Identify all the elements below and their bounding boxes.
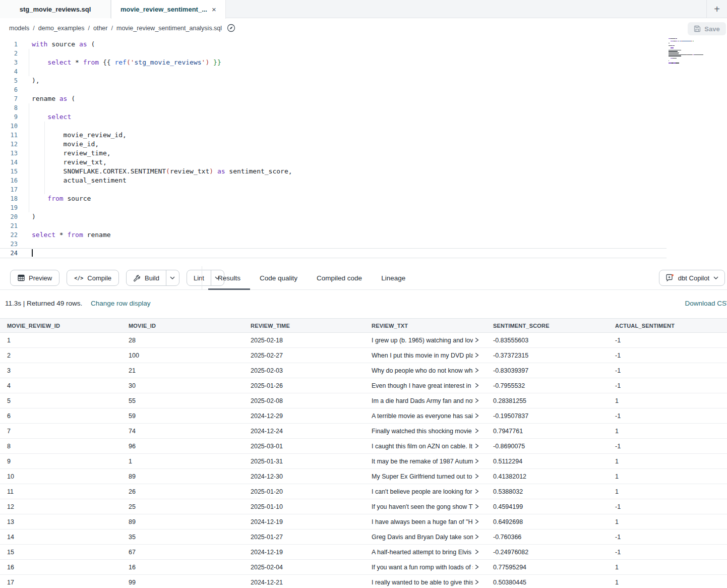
table-row[interactable]: 912025-01-31It may be the remake of 1987… <box>0 454 727 469</box>
expand-cell-icon[interactable] <box>474 489 480 494</box>
code-line-10[interactable]: 10 <box>0 122 667 131</box>
editor-minimap[interactable] <box>669 38 705 66</box>
build-button[interactable]: Build <box>127 270 166 285</box>
line-number: 7 <box>0 94 18 103</box>
table-row[interactable]: 12252025-01-10If you haven't seen the go… <box>0 499 727 514</box>
table-row[interactable]: 15672024-12-19A half-hearted attempt to … <box>0 545 727 560</box>
table-row[interactable]: 10892024-12-30My Super Ex Girlfriend tur… <box>0 469 727 484</box>
expand-cell-icon[interactable] <box>474 413 480 419</box>
column-header-movie-review-id[interactable]: MOVIE_REVIEW_ID <box>0 319 122 332</box>
code-line-2[interactable]: 2 <box>0 49 667 58</box>
compile-button[interactable]: </> Compile <box>67 270 119 286</box>
table-row[interactable]: 11262025-01-20I can't believe people are… <box>0 484 727 499</box>
code-line-23[interactable]: 23 <box>0 240 667 249</box>
column-header-sentiment-score[interactable]: SENTIMENT_SCORE <box>486 319 608 332</box>
file-tab-movie-review-sentiment[interactable]: movie_review_sentiment_...× <box>111 0 226 19</box>
column-header-movie-id[interactable]: MOVIE_ID <box>122 319 244 332</box>
code-line-6[interactable]: 6 <box>0 85 667 94</box>
table-row[interactable]: 14352025-01-27Greg Davis and Bryan Daly … <box>0 530 727 545</box>
expand-cell-icon[interactable] <box>474 579 480 585</box>
expand-cell-icon[interactable] <box>474 383 480 388</box>
cell-review-txt: It may be the remake of 1987 Autumn'… <box>365 454 486 468</box>
code-line-20[interactable]: 20) <box>0 212 667 221</box>
expand-cell-icon[interactable] <box>474 398 480 403</box>
column-header-actual-sentiment[interactable]: ACTUAL_SENTIMENT <box>608 319 727 332</box>
expand-cell-icon[interactable] <box>474 504 480 509</box>
dbt-copilot-button[interactable]: dbt Copilot <box>659 270 725 286</box>
column-header-review-time[interactable]: REVIEW_TIME <box>244 319 365 332</box>
code-line-18[interactable]: 18 from source <box>0 194 667 203</box>
code-line-5[interactable]: 5), <box>0 76 667 85</box>
new-tab-button[interactable]: + <box>707 0 727 18</box>
code-line-21[interactable]: 21 <box>0 221 667 230</box>
expand-cell-icon[interactable] <box>474 519 480 524</box>
code-line-15[interactable]: 15 SNOWFLAKE.CORTEX.SENTIMENT(review_txt… <box>0 167 667 176</box>
sql-code-editor[interactable]: 1with source as (23 select * from {{ ref… <box>0 38 727 266</box>
table-row[interactable]: 8962025-03-01I caught this film on AZN o… <box>0 439 727 454</box>
minimap-line <box>669 41 705 41</box>
table-row[interactable]: 16162025-02-04If you want a fun romp wit… <box>0 560 727 575</box>
table-row[interactable]: 6592024-12-29A terrible movie as everyon… <box>0 408 727 424</box>
minimap-line <box>669 47 705 48</box>
review-text: A terrible movie as everyone has said. … <box>372 413 473 420</box>
build-dropdown-button[interactable] <box>166 270 179 285</box>
expand-cell-icon[interactable] <box>474 428 480 434</box>
code-line-4[interactable]: 4 <box>0 67 667 76</box>
expand-cell-icon[interactable] <box>474 352 480 358</box>
code-line-24[interactable]: 24 <box>0 249 667 258</box>
code-line-1[interactable]: 1with source as ( <box>0 40 667 49</box>
tab-lineage[interactable]: Lineage <box>372 266 415 290</box>
table-row[interactable]: 7742024-12-24Finally watched this shocki… <box>0 424 727 439</box>
table-row[interactable]: 3212025-02-03Why do people who do not kn… <box>0 363 727 378</box>
column-header-review-txt[interactable]: REVIEW_TXT <box>365 319 486 332</box>
expand-cell-icon[interactable] <box>474 458 480 464</box>
lint-button[interactable]: Lint <box>187 270 211 285</box>
tab-results[interactable]: Results <box>208 266 250 290</box>
expand-cell-icon[interactable] <box>474 443 480 449</box>
expand-cell-icon[interactable] <box>474 337 480 343</box>
save-button[interactable]: Save <box>688 22 726 35</box>
tab-compiled-code[interactable]: Compiled code <box>307 266 372 290</box>
code-line-3[interactable]: 3 select * from {{ ref('stg_movie_review… <box>0 58 667 67</box>
code-line-19[interactable]: 19 <box>0 203 667 212</box>
download-csv-link[interactable]: Download CSV <box>685 300 727 307</box>
code-line-7[interactable]: 7rename as ( <box>0 94 667 103</box>
table-row[interactable]: 1282025-02-18I grew up (b. 1965) watchin… <box>0 333 727 348</box>
explore-docs-icon[interactable] <box>227 24 235 32</box>
code-line-22[interactable]: 22select * from rename <box>0 230 667 240</box>
code-line-9[interactable]: 9 select <box>0 112 667 122</box>
breadcrumb-segment[interactable]: models <box>9 25 29 32</box>
breadcrumb-segment[interactable]: movie_review_sentiment_analysis.sql <box>116 25 222 32</box>
preview-button[interactable]: Preview <box>10 270 59 286</box>
table-row[interactable]: 13892024-12-19I have always been a huge … <box>0 514 727 530</box>
expand-cell-icon[interactable] <box>474 534 480 540</box>
table-row[interactable]: 17992024-12-21I really wanted to be able… <box>0 575 727 588</box>
cell-review-time: 2024-12-24 <box>244 424 365 438</box>
breadcrumb-segment[interactable]: demo_examples <box>38 25 85 32</box>
code-line-12[interactable]: 12 movie_id, <box>0 140 667 149</box>
table-row[interactable]: 21002025-02-27When I put this movie in m… <box>0 348 727 363</box>
cell-movie-review-id: 12 <box>0 499 122 514</box>
change-row-display-link[interactable]: Change row display <box>91 300 151 307</box>
review-text: I can't believe people are looking for a… <box>372 488 473 495</box>
code-line-8[interactable]: 8 <box>0 103 667 112</box>
breadcrumb-segment[interactable]: other <box>93 25 108 32</box>
code-line-17[interactable]: 17 <box>0 185 667 194</box>
cell-movie-id: 59 <box>122 408 244 423</box>
code-line-14[interactable]: 14 review_txt, <box>0 158 667 167</box>
code-line-16[interactable]: 16 actual_sentiment <box>0 176 667 185</box>
cell-review-txt: Why do people who do not know what… <box>365 363 486 378</box>
file-tab-stg-movie-reviews-sql[interactable]: stg_movie_reviews.sql <box>0 0 111 18</box>
code-line-11[interactable]: 11 movie_review_id, <box>0 131 667 140</box>
table-row[interactable]: 4302025-01-26Even though I have great in… <box>0 378 727 393</box>
cell-review-time: 2025-02-27 <box>244 348 365 363</box>
cell-sentiment-score: 0.28381255 <box>486 393 608 408</box>
expand-cell-icon[interactable] <box>474 474 480 479</box>
tab-code-quality[interactable]: Code quality <box>250 266 307 290</box>
expand-cell-icon[interactable] <box>474 368 480 373</box>
close-tab-icon[interactable]: × <box>212 6 216 13</box>
expand-cell-icon[interactable] <box>474 564 480 570</box>
code-line-13[interactable]: 13 review_time, <box>0 149 667 158</box>
table-row[interactable]: 5552025-02-08Im a die hard Dads Army fan… <box>0 393 727 408</box>
expand-cell-icon[interactable] <box>474 549 480 555</box>
